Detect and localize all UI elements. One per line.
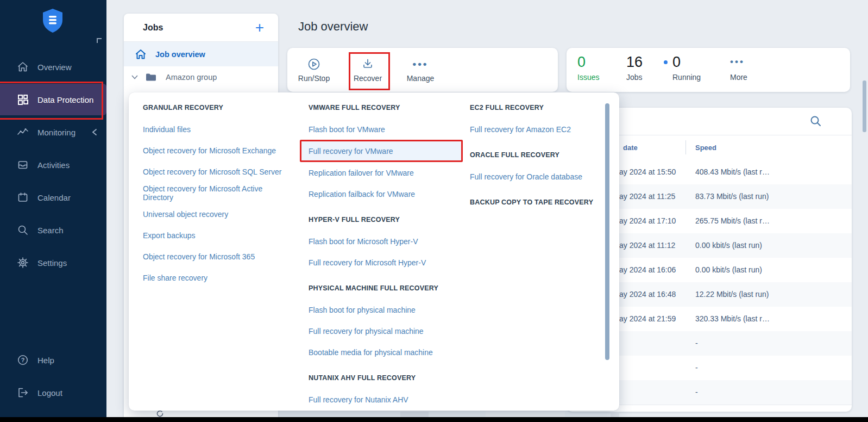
sidebar-item-label: Data Protection bbox=[37, 95, 93, 104]
running-value: 0 bbox=[672, 54, 681, 70]
sidebar-item-help[interactable]: ? Help bbox=[0, 344, 106, 376]
menu-item-export-backups[interactable]: Export backups bbox=[134, 225, 294, 246]
add-job-button[interactable]: + bbox=[255, 22, 264, 34]
chevron-down-icon[interactable] bbox=[131, 74, 138, 80]
shield-logo-icon bbox=[41, 8, 64, 33]
manage-button[interactable]: ••• Manage bbox=[399, 53, 442, 87]
ellipsis-icon: ••• bbox=[413, 58, 429, 71]
menu-column-granular: GRANULAR RECOVERY Individual files Objec… bbox=[134, 97, 294, 288]
stat-issues[interactable]: 0 Issues bbox=[577, 54, 599, 82]
menu-item-object-recovery-ad[interactable]: Object recovery for Microsoft Active Dir… bbox=[134, 182, 294, 203]
job-toolbar: Run/Stop Recover ••• Manage bbox=[287, 48, 558, 92]
column-header-date[interactable]: date bbox=[623, 144, 638, 152]
menu-section-title: ORACLE FULL RECOVERY bbox=[461, 144, 616, 166]
column-header-speed[interactable]: Speed bbox=[695, 144, 716, 152]
menu-item-object-recovery-sql[interactable]: Object recovery for Microsoft SQL Server bbox=[134, 161, 294, 182]
sidebar-item-monitoring[interactable]: Monitoring bbox=[0, 116, 106, 148]
jobs-value: 16 bbox=[626, 54, 643, 70]
menu-item-object-recovery-m365[interactable]: Object recovery for Microsoft 365 bbox=[134, 246, 294, 267]
page-scrollbar[interactable] bbox=[863, 80, 866, 132]
monitoring-chart-icon bbox=[17, 126, 29, 138]
sidebar-item-label: Settings bbox=[37, 258, 67, 268]
home-icon bbox=[17, 61, 29, 73]
running-label: Running bbox=[672, 73, 701, 82]
refresh-icon[interactable] bbox=[156, 409, 164, 418]
sidebar-item-label: Logout bbox=[37, 388, 62, 398]
menu-section-title: EC2 FULL RECOVERY bbox=[461, 97, 616, 119]
menu-item-full-recovery-vmware[interactable]: Full recovery for VMware bbox=[300, 140, 463, 162]
search-icon[interactable] bbox=[810, 115, 822, 127]
menu-item-full-recovery-nutanix[interactable]: Full recovery for Nutanix AHV bbox=[300, 389, 463, 410]
chevron-left-icon[interactable] bbox=[92, 128, 97, 136]
cell-speed: - bbox=[695, 388, 698, 396]
cell-speed: 408.43 Mbit/s (last r… bbox=[695, 167, 770, 176]
menu-section-title: HYPER-V FULL RECOVERY bbox=[300, 209, 463, 231]
cell-date: ay 2024 at 16:06 bbox=[619, 265, 676, 274]
tree-item-job-overview[interactable]: Job overview bbox=[124, 42, 278, 66]
issues-value: 0 bbox=[577, 54, 599, 70]
menu-item-universal-object-recovery[interactable]: Universal object recovery bbox=[134, 203, 294, 225]
menu-item-file-share-recovery[interactable]: File share recovery bbox=[134, 267, 294, 288]
sidebar-item-data-protection[interactable]: Data Protection bbox=[0, 84, 106, 115]
dashboard-grid-icon bbox=[17, 94, 29, 105]
sidebar-item-label: Monitoring bbox=[37, 128, 76, 137]
search-icon bbox=[17, 224, 29, 236]
menu-item-flash-boot-vmware[interactable]: Flash boot for VMware bbox=[300, 119, 463, 140]
sidebar-item-label: Search bbox=[37, 226, 64, 235]
partial-table-cell bbox=[486, 412, 565, 417]
cell-date: ay 2024 at 21:59 bbox=[619, 314, 676, 323]
stats-more-button[interactable]: ••• More bbox=[730, 54, 747, 82]
menu-item-full-recovery-hyperv[interactable]: Full recovery for Microsoft Hyper-V bbox=[300, 252, 463, 273]
sidebar-item-calendar[interactable]: Calendar bbox=[0, 181, 106, 214]
menu-column-virtual: VMWARE FULL RECOVERY Flash boot for VMwa… bbox=[300, 97, 463, 410]
jobs-panel-header: Jobs + bbox=[124, 14, 278, 42]
recover-label: Recover bbox=[354, 74, 382, 83]
menu-item-bootable-media-physical[interactable]: Bootable media for physical machine bbox=[300, 342, 463, 363]
help-icon: ? bbox=[17, 354, 29, 366]
manage-label: Manage bbox=[407, 74, 435, 83]
jobs-panel-title: Jobs bbox=[143, 23, 163, 33]
menu-item-flash-boot-physical[interactable]: Flash boot for physical machine bbox=[300, 299, 463, 320]
sidebar-item-label: Activities bbox=[37, 160, 70, 170]
menu-item-full-recovery-ec2[interactable]: Full recovery for Amazon EC2 bbox=[461, 119, 616, 140]
sidebar-corner-bracket-icon bbox=[97, 38, 102, 43]
tree-item-amazon-group[interactable]: Amazon group bbox=[124, 66, 278, 88]
recover-button[interactable]: Recover bbox=[346, 53, 389, 87]
column-divider bbox=[685, 140, 686, 154]
cell-speed: - bbox=[695, 363, 698, 372]
home-icon bbox=[135, 48, 147, 60]
logout-icon bbox=[17, 387, 29, 399]
ellipsis-icon: ••• bbox=[730, 54, 747, 70]
menu-item-full-recovery-physical[interactable]: Full recovery for physical machine bbox=[300, 320, 463, 342]
stat-running[interactable]: 0 Running bbox=[664, 54, 701, 82]
menu-section-title: GRANULAR RECOVERY bbox=[134, 97, 294, 119]
window-bottom-edge bbox=[0, 417, 868, 422]
partial-table-cell bbox=[611, 412, 619, 417]
cell-speed: 0.00 kbit/s (last run) bbox=[695, 241, 762, 250]
menu-item-flash-boot-hyperv[interactable]: Flash boot for Microsoft Hyper-V bbox=[300, 231, 463, 252]
menu-column-cloud: EC2 FULL RECOVERY Full recovery for Amaz… bbox=[461, 97, 616, 213]
run-stop-button[interactable]: Run/Stop bbox=[292, 53, 336, 87]
sidebar: Overview Data Protection Monitoring bbox=[0, 0, 106, 422]
sidebar-item-overview[interactable]: Overview bbox=[0, 51, 106, 83]
play-circle-icon bbox=[307, 58, 320, 71]
menu-item-replication-failback-vmware[interactable]: Replication failback for VMware bbox=[300, 183, 463, 204]
running-dot-icon bbox=[664, 60, 668, 64]
sidebar-item-label: Help bbox=[37, 356, 54, 365]
cell-date: ay 2024 at 15:50 bbox=[619, 167, 676, 176]
cell-speed: 12.22 Mbit/s (last run) bbox=[695, 290, 769, 299]
sidebar-item-activities[interactable]: Activities bbox=[0, 148, 106, 181]
stat-jobs[interactable]: 16 Jobs bbox=[626, 54, 643, 82]
sidebar-item-logout[interactable]: Logout bbox=[0, 376, 106, 409]
menu-item-object-recovery-exchange[interactable]: Object recovery for Microsoft Exchange bbox=[134, 140, 294, 161]
cell-speed: 320.33 Mbit/s (last r… bbox=[695, 314, 770, 323]
run-stop-label: Run/Stop bbox=[298, 74, 330, 83]
sidebar-item-settings[interactable]: Settings bbox=[0, 246, 106, 279]
tree-item-label: Amazon group bbox=[166, 73, 217, 82]
job-stats-card: 0 Issues 16 Jobs 0 Running ••• More bbox=[567, 48, 850, 92]
menu-item-full-recovery-oracle[interactable]: Full recovery for Oracle database bbox=[461, 166, 616, 187]
menu-item-replication-failover-vmware[interactable]: Replication failover for VMware bbox=[300, 162, 463, 183]
menu-item-individual-files[interactable]: Individual files bbox=[134, 119, 294, 140]
sidebar-item-search[interactable]: Search bbox=[0, 214, 106, 246]
dropdown-scrollbar[interactable] bbox=[605, 103, 609, 360]
